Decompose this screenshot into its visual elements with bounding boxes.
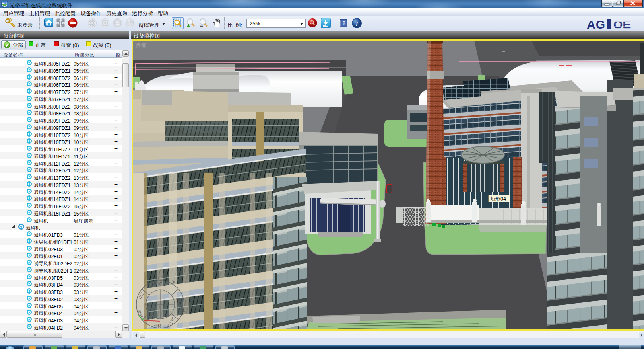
svg-text:AG: AG <box>587 18 605 30</box>
svg-text:OE: OE <box>613 18 631 30</box>
svg-text:缩放: 缩放 <box>153 281 162 286</box>
svg-text:矩形04: 矩形04 <box>490 196 506 202</box>
svg-text:透视: 透视 <box>135 43 147 49</box>
svg-text:平移: 平移 <box>153 324 162 328</box>
svg-text:?: ? <box>343 21 345 26</box>
